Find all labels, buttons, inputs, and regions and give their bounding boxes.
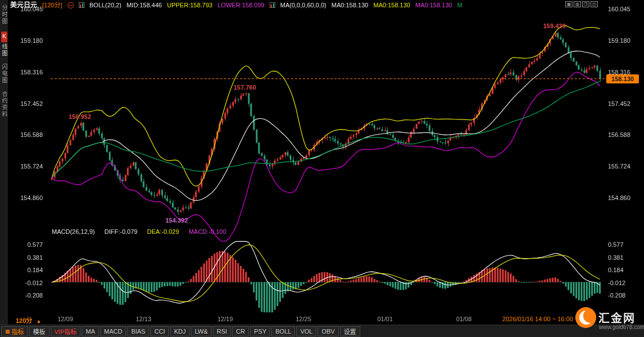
boll-lower-value: LOWER:158.099 — [218, 2, 265, 8]
toolbar-button-settings[interactable]: 设置 — [340, 326, 360, 336]
minus-circle-icon[interactable] — [68, 2, 74, 8]
indicator-toolbar: ▦指标模板VIP指标MAMACDBIASCCIKDJLW&RSICRPSYBOL… — [0, 325, 644, 337]
price-axis-label-left: 154.860 — [20, 194, 43, 201]
boll-upper-value: UPPER:158.793 — [167, 2, 213, 8]
sidebar-tab-label: 线图 — [1, 43, 7, 57]
macd-axis-label-left: -0.012 — [25, 280, 43, 286]
price-axis-label-right: 160.045 — [608, 6, 630, 12]
toolbar-button-vol[interactable]: VOL — [296, 326, 316, 336]
macd-axis-label-right: 0.577 — [608, 241, 624, 248]
toolbar-button-boll[interactable]: BOLL — [271, 326, 295, 336]
sidebar-tab-kline-chart[interactable]: K线图 — [0, 32, 8, 57]
huijin-logo-icon — [575, 307, 596, 328]
dropdown-arrow-icon: ▲ — [36, 318, 41, 324]
toolbar-button-label: KDJ — [174, 328, 186, 335]
boll-params-label: BOLL(20,2) — [90, 2, 122, 8]
timeframe-selector[interactable]: 120分 ▲ — [16, 316, 41, 325]
swing-high-label: 156.952 — [69, 113, 91, 120]
active-tab-badge: K — [1, 32, 7, 42]
price-axis-label-left: 155.724 — [20, 163, 43, 170]
toolbar-button-bias[interactable]: BIAS — [127, 326, 149, 336]
symbol-name: 美元日元 — [10, 1, 37, 9]
price-axis-label-right: 154.860 — [608, 194, 630, 201]
single-window-icon[interactable]: ❐ — [582, 1, 589, 7]
sidebar-tab-time-chart[interactable]: 分时图 — [0, 5, 8, 25]
price-axis-label-right: 156.588 — [608, 131, 630, 138]
x-axis-date-label: 12/25 — [296, 316, 311, 322]
macd-dea-value: DEA:-0.029 — [147, 228, 179, 235]
macd-axis-label-right: 0.381 — [608, 254, 624, 261]
x-axis-date-label: 01/08 — [456, 316, 472, 322]
timeframe-label: 120分 — [16, 317, 32, 324]
toolbar-button-psy[interactable]: PSY — [250, 326, 270, 336]
toolbar-button-label: 设置 — [344, 327, 356, 336]
x-axis-date-label: 12/13 — [136, 316, 151, 322]
toolbar-button-label: BIAS — [131, 328, 145, 335]
macd-axis-label-right: 0.184 — [608, 267, 624, 273]
last-price-tag: 158.130 — [606, 74, 639, 83]
price-axis-label-right: 157.452 — [608, 100, 630, 107]
trading-app-window: 分时图K线图闪电图合约资料 美元日元 [120分] BOLL(20,2) MID… — [0, 0, 644, 337]
toolbar-button-rsi[interactable]: RSI — [213, 326, 231, 336]
toolbar-button-vip-indicators[interactable]: VIP指标 — [51, 326, 81, 336]
toolbar-button-cr[interactable]: CR — [232, 326, 249, 336]
left-tab-sidebar: 分时图K线图闪电图合约资料 — [0, 0, 8, 325]
toolbar-button-label: MA — [86, 328, 95, 335]
toolbar-button-cci[interactable]: CCI — [150, 326, 169, 336]
toolbar-button-obv[interactable]: OBV — [317, 326, 338, 336]
price-axis-label-left: 159.180 — [20, 37, 43, 44]
toolbar-button-label: 指标 — [12, 327, 24, 336]
boll-indicator-icon[interactable] — [79, 2, 84, 8]
chart-header: 美元日元 [120分] BOLL(20,2) MID:158.446 UPPER… — [10, 1, 562, 9]
fullscreen-icon[interactable]: ◫ — [591, 1, 598, 7]
toolbar-button-lwr[interactable]: LW& — [191, 326, 212, 336]
ma-indicator-icon[interactable] — [270, 2, 275, 8]
brand-url: www.gold678.com — [599, 324, 644, 330]
period-tag: [120分] — [42, 2, 62, 8]
macd-axis-label-right: -0.012 — [608, 280, 625, 286]
macd-axis-label-left: 0.184 — [27, 267, 43, 273]
x-axis-date-label: 01/01 — [377, 316, 393, 322]
indicator-grid-icon: ▦ — [5, 329, 10, 334]
macd-hist-value: MACD:-0.100 — [189, 228, 226, 235]
swing-low-label: 154.392 — [166, 217, 188, 224]
toolbar-button-label: PSY — [254, 328, 266, 335]
swing-high-label: 159.439 — [543, 23, 566, 29]
toolbar-button-templates[interactable]: 模板 — [29, 326, 50, 336]
macd-axis-label-left: 0.577 — [27, 241, 43, 248]
dual-window-icon[interactable]: ▥ — [574, 1, 581, 7]
macd-axis-label-left: -0.208 — [25, 292, 43, 299]
toolbar-button-label: 模板 — [33, 327, 46, 336]
ma-value-2: MA0:158.130 — [373, 2, 410, 8]
price-axis-label-left: 157.452 — [20, 100, 43, 107]
x-axis-date-label: 12/19 — [217, 316, 233, 322]
toolbar-button-indicators[interactable]: ▦指标 — [1, 326, 28, 336]
icon-bar — [80, 5, 81, 7]
boll-mid-value: MID:158.446 — [127, 2, 162, 8]
kline-chart-canvas[interactable] — [0, 0, 644, 337]
price-axis-label-right: 159.180 — [608, 37, 630, 44]
macd-legend: MACD(26,12,9) DIFF:-0.079 DEA:-0.029 MAC… — [52, 228, 234, 235]
macd-axis-label-right: -0.208 — [608, 292, 625, 299]
current-candle-time-range: 2026/01/16 14:00 ~ 16:00 — [502, 316, 573, 322]
ma-value-3: MA0:158.130 — [415, 2, 452, 8]
toolbar-button-label: OBV — [321, 328, 334, 335]
x-axis-date-label: 12/09 — [57, 316, 73, 322]
toolbar-button-label: CCI — [154, 328, 165, 335]
toolbar-button-macd[interactable]: MACD — [100, 326, 126, 336]
macd-params-label: MACD(26,12,9) — [52, 228, 95, 235]
price-axis-label-left: 156.588 — [20, 131, 43, 138]
toolbar-button-ma[interactable]: MA — [82, 326, 99, 336]
price-axis-label-right: 155.724 — [608, 163, 630, 170]
ma-value-1: MA0:158.130 — [332, 2, 368, 8]
toolbar-button-kdj[interactable]: KDJ — [170, 326, 190, 336]
toolbar-button-label: BOLL — [275, 328, 291, 335]
ma-value-4: M — [457, 2, 462, 8]
sidebar-tab-lightning-chart[interactable]: 闪电图 — [0, 64, 8, 84]
multi-window-icon[interactable]: ▦ — [565, 1, 573, 7]
toolbar-button-label: VOL — [300, 328, 312, 335]
toolbar-button-label: LW& — [195, 328, 208, 335]
macd-diff-value: DIFF:-0.079 — [104, 228, 137, 235]
sidebar-tab-contract-info[interactable]: 合约资料 — [0, 91, 8, 118]
price-axis-label-left: 158.316 — [20, 69, 43, 76]
